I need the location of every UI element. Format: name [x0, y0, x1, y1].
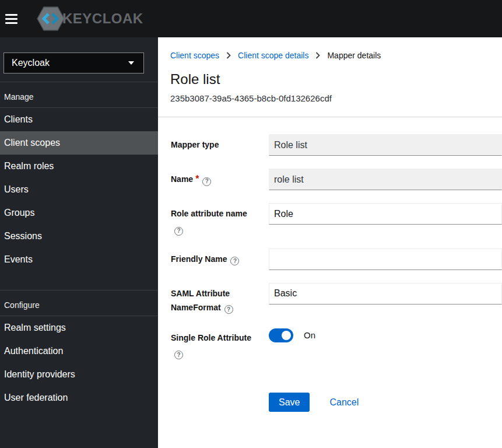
- breadcrumb: Client scopes Client scope details Mappe…: [170, 37, 502, 60]
- caret-down-icon: [128, 61, 134, 65]
- mapper-type-label: Mapper type: [171, 140, 219, 149]
- help-icon[interactable]: ?: [174, 351, 183, 359]
- form-row-name: Name*?: [170, 169, 502, 190]
- friendly-name-label: Friendly Name: [171, 254, 227, 264]
- help-icon[interactable]: ?: [202, 177, 211, 186]
- name-label: Name: [171, 174, 193, 184]
- sidebar-nav: Keycloak Manage Clients Client scopes Re…: [0, 37, 158, 448]
- sidebar-item-authentication[interactable]: Authentication: [0, 340, 158, 363]
- help-icon[interactable]: ?: [174, 227, 183, 236]
- sidebar-item-realm-roles[interactable]: Realm roles: [0, 155, 158, 178]
- realm-selector[interactable]: Keycloak: [3, 52, 144, 74]
- breadcrumb-client-scopes[interactable]: Client scopes: [170, 51, 219, 60]
- breadcrumb-separator-icon: [226, 52, 231, 59]
- form-row-friendly-name: Friendly Name?: [170, 249, 502, 270]
- cancel-link[interactable]: Cancel: [329, 397, 359, 408]
- sidebar-item-user-federation[interactable]: User federation: [0, 386, 158, 410]
- name-input[interactable]: [269, 169, 502, 190]
- sidebar-item-identity-providers[interactable]: Identity providers: [0, 363, 158, 386]
- hamburger-menu-icon[interactable]: [5, 12, 17, 26]
- sidebar-item-realm-settings[interactable]: Realm settings: [0, 316, 158, 340]
- form-actions: Save Cancel: [170, 393, 502, 412]
- sidebar-item-clients[interactable]: Clients: [0, 108, 158, 131]
- form-row-role-attribute-name: Role attribute name ?: [170, 203, 502, 236]
- help-icon[interactable]: ?: [230, 257, 239, 265]
- nav-group-manage: Manage: [0, 82, 158, 108]
- required-indicator: *: [195, 174, 199, 184]
- realm-selector-value: Keycloak: [12, 58, 50, 68]
- masthead: KEYCLOAK: [0, 0, 502, 37]
- mapper-details-form: Mapper type Name*? Role attribute name ?: [158, 117, 502, 412]
- main-content: Client scopes Client scope details Mappe…: [158, 37, 502, 448]
- sidebar-item-users[interactable]: Users: [0, 178, 158, 201]
- single-role-attribute-toggle[interactable]: [269, 328, 293, 342]
- form-row-single-role-attribute: Single Role Attribute ? On: [170, 327, 502, 360]
- saml-attribute-nameformat-input[interactable]: [269, 283, 502, 304]
- keycloak-hexagon-icon: [37, 6, 65, 31]
- saml-attribute-nameformat-label: SAML Attribute NameFormat: [171, 289, 230, 312]
- sidebar-item-sessions[interactable]: Sessions: [0, 225, 158, 248]
- toggle-state-label: On: [304, 330, 315, 340]
- save-button[interactable]: Save: [269, 393, 310, 412]
- sidebar-item-groups[interactable]: Groups: [0, 201, 158, 225]
- form-row-saml-attribute-nameformat: SAML Attribute NameFormat?: [170, 283, 502, 314]
- mapper-id: 235b3087-39a5-4365-b8cb-0fd132626cdf: [170, 93, 502, 103]
- sidebar-item-events[interactable]: Events: [0, 248, 158, 271]
- logo-text: KEYCLOAK: [62, 10, 143, 27]
- single-role-attribute-label: Single Role Attribute: [171, 333, 251, 342]
- friendly-name-input[interactable]: [269, 249, 502, 270]
- sidebar-item-client-scopes[interactable]: Client scopes: [0, 131, 158, 155]
- help-icon[interactable]: ?: [224, 305, 233, 314]
- breadcrumb-client-scope-details[interactable]: Client scope details: [238, 51, 308, 60]
- keycloak-logo: KEYCLOAK: [37, 6, 143, 31]
- page-title: Role list: [170, 71, 502, 88]
- form-row-mapper-type: Mapper type: [170, 134, 502, 156]
- breadcrumb-separator-icon: [315, 52, 320, 59]
- mapper-type-input[interactable]: [269, 134, 502, 156]
- role-attribute-name-label: Role attribute name: [171, 209, 247, 218]
- nav-group-configure: Configure: [0, 290, 158, 316]
- role-attribute-name-input[interactable]: [269, 203, 502, 225]
- breadcrumb-mapper-details: Mapper details: [327, 51, 381, 60]
